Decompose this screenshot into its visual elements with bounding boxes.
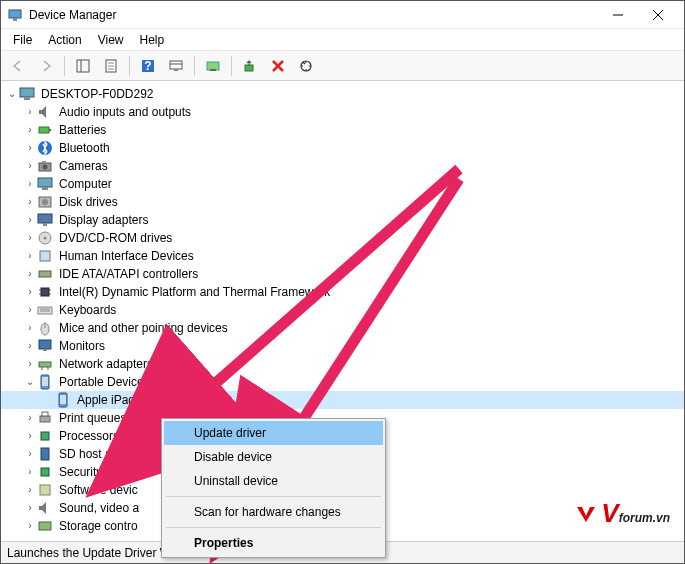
toolbar-separator: [64, 56, 65, 76]
ide-icon: [37, 266, 53, 282]
svg-rect-16: [207, 62, 219, 70]
expand-icon[interactable]: ›: [23, 301, 37, 319]
context-menu-item-update-driver[interactable]: Update driver: [164, 421, 383, 445]
menu-help[interactable]: Help: [132, 31, 173, 49]
security-icon: [37, 464, 53, 480]
context-menu-item-disable-device[interactable]: Disable device: [164, 445, 383, 469]
expand-icon[interactable]: ›: [23, 265, 37, 283]
tree-category-13[interactable]: ›Monitors: [1, 337, 684, 355]
expand-icon[interactable]: ›: [23, 229, 37, 247]
camera-icon: [37, 158, 53, 174]
enable-device-button[interactable]: [237, 54, 263, 78]
collapse-icon[interactable]: ⌄: [5, 85, 19, 103]
minimize-button[interactable]: [598, 2, 638, 28]
svg-rect-20: [20, 88, 34, 97]
display-icon: [37, 212, 53, 228]
expand-icon[interactable]: ›: [23, 409, 37, 427]
svg-rect-50: [39, 362, 51, 367]
expand-icon[interactable]: ›: [23, 337, 37, 355]
tree-node-label: Network adapters: [57, 355, 155, 373]
expand-icon[interactable]: ›: [23, 355, 37, 373]
tree-node-label: Software devic: [57, 481, 140, 499]
expand-icon[interactable]: ›: [23, 193, 37, 211]
context-menu-item-uninstall-device[interactable]: Uninstall device: [164, 469, 383, 493]
tree-category-15[interactable]: ⌄Portable Devices: [1, 373, 684, 391]
tree-category-3[interactable]: ›Cameras: [1, 157, 684, 175]
tree-category-10[interactable]: ›Intel(R) Dynamic Platform and Thermal F…: [1, 283, 684, 301]
expand-icon[interactable]: ›: [23, 247, 37, 265]
menu-view[interactable]: View: [90, 31, 132, 49]
tree-category-14[interactable]: ›Network adapters: [1, 355, 684, 373]
tree-root[interactable]: ⌄DESKTOP-F0DD292: [1, 85, 684, 103]
update-driver-toolbar-button[interactable]: [200, 54, 226, 78]
expand-icon[interactable]: ›: [23, 121, 37, 139]
expand-icon[interactable]: ›: [23, 427, 37, 445]
expand-icon[interactable]: ›: [23, 103, 37, 121]
tree-node-label: Bluetooth: [57, 139, 112, 157]
back-button: [5, 54, 31, 78]
expand-icon[interactable]: ›: [23, 481, 37, 499]
context-menu-item-properties[interactable]: Properties: [164, 531, 383, 555]
sound-icon: [37, 500, 53, 516]
tree-category-0[interactable]: ›Audio inputs and outputs: [1, 103, 684, 121]
uninstall-device-button[interactable]: [265, 54, 291, 78]
tree-category-5[interactable]: ›Disk drives: [1, 193, 684, 211]
svg-rect-58: [42, 412, 48, 416]
window-title: Device Manager: [29, 8, 598, 22]
tree-category-7[interactable]: ›DVD/CD-ROM drives: [1, 229, 684, 247]
expand-icon[interactable]: ›: [23, 445, 37, 463]
collapse-icon[interactable]: ⌄: [23, 373, 37, 391]
svg-rect-54: [42, 377, 48, 386]
scan-hardware-button[interactable]: [293, 54, 319, 78]
expand-icon[interactable]: ›: [23, 499, 37, 517]
close-button[interactable]: [638, 2, 678, 28]
tree-category-2[interactable]: ›Bluetooth: [1, 139, 684, 157]
tree-node-label: IDE ATA/ATAPI controllers: [57, 265, 200, 283]
tree-category-12[interactable]: ›Mice and other pointing devices: [1, 319, 684, 337]
tree-node-label: Monitors: [57, 337, 107, 355]
tree-category-11[interactable]: ›Keyboards: [1, 301, 684, 319]
svg-rect-1: [13, 18, 17, 21]
svg-rect-22: [39, 127, 49, 133]
toolbar-separator: [129, 56, 130, 76]
svg-rect-21: [24, 97, 30, 100]
disk-icon: [37, 194, 53, 210]
network-icon: [37, 356, 53, 372]
context-menu-item-scan-for-hardware-changes[interactable]: Scan for hardware changes: [164, 500, 383, 524]
show-hide-console-tree-button[interactable]: [70, 54, 96, 78]
hid-icon: [37, 248, 53, 264]
expand-icon[interactable]: ›: [23, 157, 37, 175]
menu-file[interactable]: File: [5, 31, 40, 49]
tree-node-label: Security device: [57, 463, 142, 481]
svg-rect-56: [60, 395, 66, 404]
forward-button: [33, 54, 59, 78]
expand-icon[interactable]: ›: [23, 175, 37, 193]
expand-icon[interactable]: ›: [23, 211, 37, 229]
tree-category-9[interactable]: ›IDE ATA/ATAPI controllers: [1, 265, 684, 283]
expand-icon[interactable]: ›: [23, 463, 37, 481]
svg-rect-32: [38, 214, 52, 223]
tree-device-15-0[interactable]: Apple iPad: [1, 391, 684, 409]
expand-icon[interactable]: ›: [23, 319, 37, 337]
portable-icon: [37, 374, 53, 390]
properties-button[interactable]: [98, 54, 124, 78]
svg-rect-36: [40, 251, 50, 261]
tree-node-label: Computer: [57, 175, 114, 193]
expand-icon[interactable]: ›: [23, 517, 37, 535]
tree-category-1[interactable]: ›Batteries: [1, 121, 684, 139]
svg-rect-57: [40, 416, 50, 422]
tree-node-label: Keyboards: [57, 301, 118, 319]
svg-rect-37: [39, 271, 51, 277]
help-button[interactable]: ?: [135, 54, 161, 78]
tree-category-4[interactable]: ›Computer: [1, 175, 684, 193]
tree-category-6[interactable]: ›Display adapters: [1, 211, 684, 229]
menu-action[interactable]: Action: [40, 31, 89, 49]
tree-node-label: SD host adapt: [57, 445, 137, 463]
expand-icon[interactable]: ›: [23, 139, 37, 157]
portable-icon: [55, 392, 71, 408]
tree-category-8[interactable]: ›Human Interface Devices: [1, 247, 684, 265]
toolbar-separator: [194, 56, 195, 76]
expand-icon[interactable]: ›: [23, 283, 37, 301]
view-devices-button[interactable]: [163, 54, 189, 78]
tree-node-label: Print queues: [57, 409, 128, 427]
